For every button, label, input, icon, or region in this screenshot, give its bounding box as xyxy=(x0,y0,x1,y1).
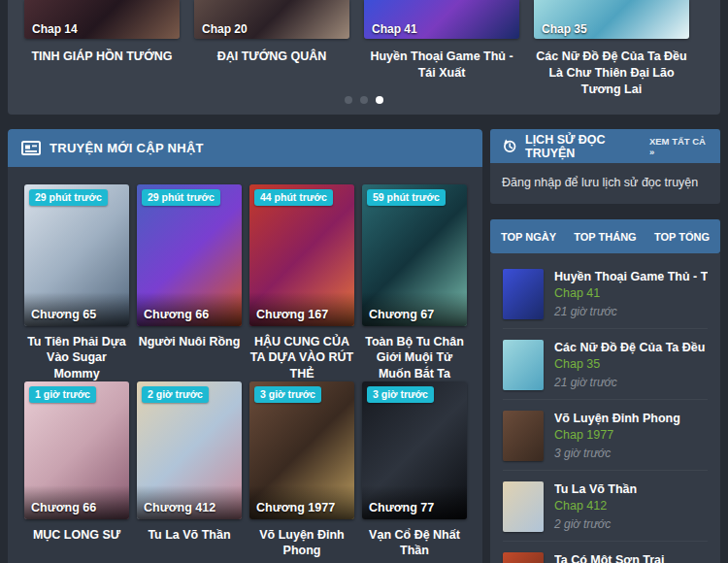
comic-title[interactable]: Người Nuôi Rồng xyxy=(137,326,242,381)
featured-cover-image[interactable]: Chap 14 xyxy=(24,0,180,39)
tab-top-day[interactable]: TOP NGÀY xyxy=(490,231,567,243)
latest-updates-panel: TRUYỆN MỚI CẬP NHẬT 29 phút trước Chương… xyxy=(8,129,482,563)
tab-top-all[interactable]: TOP TỔNG xyxy=(644,231,720,243)
comic-title[interactable]: MỤC LONG SƯ xyxy=(24,519,129,563)
chapter-label: Chương 412 xyxy=(137,485,242,519)
comic-cover-image[interactable]: 3 giờ trước Chương 77 xyxy=(362,381,467,519)
featured-cover-image[interactable]: Chap 20 xyxy=(194,0,349,39)
comic-cover-image[interactable]: 29 phút trước Chương 66 xyxy=(137,184,242,326)
ranking-thumbnail[interactable] xyxy=(503,552,544,563)
comic-cover-image[interactable]: 2 giờ trước Chương 412 xyxy=(137,381,242,519)
comic-title[interactable]: HẬU CUNG CỦA TA DỰA VÀO RÚT THẺ xyxy=(249,326,354,381)
featured-chapter-label: Chap 14 xyxy=(32,22,78,36)
ranking-title[interactable]: Ta Có Một Sơn Trại xyxy=(554,553,665,563)
time-badge: 3 giờ trước xyxy=(367,386,434,403)
ranking-thumbnail[interactable] xyxy=(503,340,544,390)
ranking-thumbnail[interactable] xyxy=(503,481,544,532)
login-prompt: Đăng nhập để lưu lịch sử đọc truyện xyxy=(490,163,720,204)
comic-cover-image[interactable]: 59 phút trước Chương 67 xyxy=(362,184,467,326)
ranking-title[interactable]: Huyền Thoại Game Thủ - Tái Xuất xyxy=(554,270,708,283)
ranking-chapter[interactable]: Chap 41 xyxy=(554,286,708,300)
history-clock-icon xyxy=(501,138,517,154)
ranking-thumbnail[interactable] xyxy=(503,269,544,319)
comic-card[interactable]: 59 phút trước Chương 67 Toàn Bộ Tu Chân … xyxy=(362,184,467,381)
comic-card[interactable]: 3 giờ trước Chương 77 Vạn Cổ Đệ Nhất Thầ… xyxy=(362,381,467,563)
featured-chapter-label: Chap 35 xyxy=(542,22,587,36)
top-ranking-tabs: TOP NGÀY TOP THÁNG TOP TỔNG xyxy=(490,219,720,253)
comic-card[interactable]: 1 giờ trước Chương 66 MỤC LONG SƯ xyxy=(24,381,129,563)
ranking-time: 21 giờ trước xyxy=(554,305,708,318)
ranking-title[interactable]: Võ Luyện Đỉnh Phong xyxy=(554,412,680,425)
comic-title[interactable]: Tu Tiên Phải Dựa Vào Sugar Mommy xyxy=(24,326,129,381)
featured-title[interactable]: TINH GIÁP HỒN TƯỚNG xyxy=(24,49,180,65)
ranking-chapter[interactable]: Chap 35 xyxy=(554,357,708,371)
chapter-label: Chương 67 xyxy=(362,292,467,326)
reading-history-header: LỊCH SỬ ĐỌC TRUYỆN XEM TẤT CẢ » xyxy=(490,129,720,163)
time-badge: 44 phút trước xyxy=(254,189,333,206)
time-badge: 3 giờ trước xyxy=(254,386,321,403)
latest-updates-title: TRUYỆN MỚI CẬP NHẬT xyxy=(50,141,204,155)
chapter-label: Chương 65 xyxy=(24,292,129,326)
comic-title[interactable]: Võ Luyện Đỉnh Phong xyxy=(249,519,354,563)
ranking-item[interactable]: Võ Luyện Đỉnh Phong Chap 1977 3 giờ trướ… xyxy=(503,406,708,471)
ranking-title[interactable]: Tu La Võ Thần xyxy=(554,482,637,496)
chapter-label: Chương 1977 xyxy=(249,485,354,519)
featured-cover-image[interactable]: Chap 35 xyxy=(534,0,689,39)
carousel-dot[interactable] xyxy=(360,96,368,104)
featured-title[interactable]: ĐẠI TƯỚNG QUÂN xyxy=(194,49,349,65)
featured-carousel: Chap 14 TINH GIÁP HỒN TƯỚNG Chap 20 ĐẠI … xyxy=(8,0,720,115)
comic-card[interactable]: 2 giờ trước Chương 412 Tu La Võ Thần xyxy=(137,381,242,563)
chapter-label: Chương 77 xyxy=(362,485,467,519)
carousel-dot[interactable] xyxy=(345,96,352,104)
sidebar: LỊCH SỬ ĐỌC TRUYỆN XEM TẤT CẢ » Đăng nhậ… xyxy=(490,129,720,563)
comic-cover-image[interactable]: 3 giờ trước Chương 1977 xyxy=(249,381,354,519)
ranking-title[interactable]: Các Nữ Đồ Đệ Của Ta Đều Là Chư... xyxy=(554,341,708,354)
featured-chapter-label: Chap 20 xyxy=(202,22,248,36)
featured-item[interactable]: Chap 41 Huyền Thoại Game Thủ - Tái Xuất xyxy=(364,0,519,82)
page: Chap 14 TINH GIÁP HỒN TƯỚNG Chap 20 ĐẠI … xyxy=(0,0,728,563)
comic-card[interactable]: 3 giờ trước Chương 1977 Võ Luyện Đỉnh Ph… xyxy=(249,381,354,563)
featured-chapter-label: Chap 41 xyxy=(372,22,417,36)
comic-grid: 29 phút trước Chương 65 Tu Tiên Phải Dựa… xyxy=(8,167,482,563)
time-badge: 29 phút trước xyxy=(29,189,108,206)
carousel-dot-active[interactable] xyxy=(376,96,383,104)
featured-item[interactable]: Chap 35 Các Nữ Đồ Đệ Của Ta Đều Là Chư T… xyxy=(534,0,689,98)
ranking-chapter[interactable]: Chap 1977 xyxy=(554,428,680,442)
view-all-link[interactable]: XEM TẤT CẢ » xyxy=(649,136,710,157)
chapter-label: Chương 66 xyxy=(24,485,129,519)
newspaper-icon xyxy=(21,141,41,155)
tab-top-month[interactable]: TOP THÁNG xyxy=(567,231,644,243)
featured-item[interactable]: Chap 14 TINH GIÁP HỒN TƯỚNG xyxy=(24,0,180,65)
time-badge: 2 giờ trước xyxy=(142,386,209,403)
comic-card[interactable]: 44 phút trước Chương 167 HẬU CUNG CỦA TA… xyxy=(249,184,354,381)
latest-updates-header: TRUYỆN MỚI CẬP NHẬT xyxy=(8,129,482,167)
ranking-time: 2 giờ trước xyxy=(554,517,637,531)
ranking-item[interactable]: Tu La Võ Thần Chap 412 2 giờ trước xyxy=(503,477,708,542)
comic-cover-image[interactable]: 29 phút trước Chương 65 xyxy=(24,184,129,326)
ranking-item[interactable]: Các Nữ Đồ Đệ Của Ta Đều Là Chư... Chap 3… xyxy=(503,335,708,400)
top-ranking-list: Huyền Thoại Game Thủ - Tái Xuất Chap 41 … xyxy=(490,253,720,563)
featured-cover-image[interactable]: Chap 41 xyxy=(364,0,519,39)
time-badge: 1 giờ trước xyxy=(29,386,96,403)
time-badge: 29 phút trước xyxy=(142,189,220,206)
comic-title[interactable]: Tu La Võ Thần xyxy=(137,519,242,563)
comic-cover-image[interactable]: 1 giờ trước Chương 66 xyxy=(24,381,129,519)
comic-cover-image[interactable]: 44 phút trước Chương 167 xyxy=(249,184,354,326)
comic-card[interactable]: 29 phút trước Chương 66 Người Nuôi Rồng xyxy=(137,184,242,381)
time-badge: 59 phút trước xyxy=(367,189,446,206)
carousel-pagination xyxy=(8,96,720,104)
reading-history-title: LỊCH SỬ ĐỌC TRUYỆN xyxy=(525,133,649,160)
chapter-label: Chương 167 xyxy=(249,292,354,326)
ranking-time: 3 giờ trước xyxy=(554,447,680,460)
ranking-item[interactable]: Huyền Thoại Game Thủ - Tái Xuất Chap 41 … xyxy=(503,264,708,329)
chapter-label: Chương 66 xyxy=(137,292,242,326)
ranking-thumbnail[interactable] xyxy=(503,411,544,461)
ranking-item[interactable]: Ta Có Một Sơn Trại Chap 193 19 giờ trước xyxy=(503,547,708,563)
featured-title[interactable]: Các Nữ Đồ Đệ Của Ta Đều Là Chư Thiên Đại… xyxy=(534,49,689,98)
comic-title[interactable]: Toàn Bộ Tu Chân Giới Muội Tử Muốn Bắt Ta xyxy=(362,326,467,381)
featured-title[interactable]: Huyền Thoại Game Thủ - Tái Xuất xyxy=(364,49,519,82)
featured-item[interactable]: Chap 20 ĐẠI TƯỚNG QUÂN xyxy=(194,0,349,65)
comic-card[interactable]: 29 phút trước Chương 65 Tu Tiên Phải Dựa… xyxy=(24,184,129,381)
comic-title[interactable]: Vạn Cổ Đệ Nhất Thần xyxy=(362,519,467,563)
ranking-chapter[interactable]: Chap 412 xyxy=(554,499,637,513)
